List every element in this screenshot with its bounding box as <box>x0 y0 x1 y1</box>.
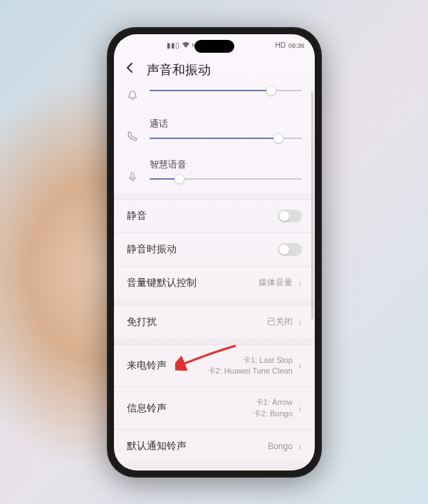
front-camera-pill <box>194 40 234 53</box>
row-dnd[interactable]: 免打扰 已关闭 › <box>114 305 315 339</box>
slider-voice: 智慧语音 <box>114 153 315 193</box>
voice-slider-label: 智慧语音 <box>150 158 302 171</box>
slider-call: 通话 <box>114 112 315 153</box>
call-slider-label: 通话 <box>150 118 302 130</box>
row-vol-key[interactable]: 音量键默认控制 媒体音量 › <box>114 266 315 299</box>
vol-key-label: 音量键默认控制 <box>127 277 253 289</box>
phone-icon <box>127 118 140 144</box>
scrollbar[interactable] <box>311 91 313 319</box>
mute-label: 静音 <box>127 210 272 222</box>
row-mute[interactable]: 静音 <box>114 199 315 232</box>
back-icon[interactable] <box>124 61 137 78</box>
row-msgtone[interactable]: 信息铃声 卡1: Arrow 卡2: Bongo › <box>114 386 315 429</box>
phone-frame: ▮▮▯ N HD 09:36 声音和振动 <box>107 27 322 478</box>
dnd-label: 免打扰 <box>127 316 261 329</box>
svg-rect-0 <box>131 173 134 178</box>
chevron-icon: › <box>298 317 302 328</box>
notification-slider[interactable] <box>150 90 302 91</box>
vol-key-value: 媒体音量 <box>259 277 293 289</box>
header: 声音和振动 <box>114 54 315 84</box>
screen: ▮▮▯ N HD 09:36 声音和振动 <box>114 34 315 470</box>
bell-icon <box>127 90 140 103</box>
row-wireless[interactable]: 无线传声 连接蓝牙耳机或蓝牙音箱，可放大声音 › <box>114 468 315 470</box>
signal-icon: ▮▮▯ <box>167 41 179 49</box>
settings-content: 通话 智慧语音 <box>114 84 315 470</box>
call-slider[interactable] <box>150 138 302 139</box>
vibrate-mute-label: 静音时振动 <box>127 243 272 256</box>
msgtone-value: 卡1: Arrow 卡2: Bongo <box>254 397 293 419</box>
row-vibrate-mute[interactable]: 静音时振动 <box>114 232 315 266</box>
ringtone-label: 来电铃声 <box>127 359 202 372</box>
msgtone-label: 信息铃声 <box>127 402 248 415</box>
row-notif[interactable]: 默认通知铃声 Bongo › <box>114 429 315 463</box>
voice-slider[interactable] <box>150 178 302 180</box>
chevron-icon: › <box>298 403 302 414</box>
mic-icon <box>127 158 140 185</box>
notif-label: 默认通知铃声 <box>127 440 263 453</box>
vibrate-mute-toggle[interactable] <box>278 243 302 256</box>
chevron-icon: › <box>298 277 302 289</box>
mute-toggle[interactable] <box>278 210 302 222</box>
ringtone-value: 卡1: Last Stop 卡2: Huawei Tune Clean <box>208 355 293 377</box>
page-title: 声音和振动 <box>147 61 211 78</box>
chevron-icon: › <box>298 360 302 371</box>
dnd-value: 已关闭 <box>267 316 293 328</box>
wifi-icon <box>182 41 190 50</box>
slider-notification <box>114 84 315 112</box>
hd-icon: HD <box>276 41 286 49</box>
row-ringtone[interactable]: 来电铃声 卡1: Last Stop 卡2: Huawei Tune Clean… <box>114 344 315 387</box>
chevron-icon: › <box>298 441 302 452</box>
notif-value: Bongo <box>268 441 293 451</box>
clock: 09:36 <box>288 42 305 49</box>
